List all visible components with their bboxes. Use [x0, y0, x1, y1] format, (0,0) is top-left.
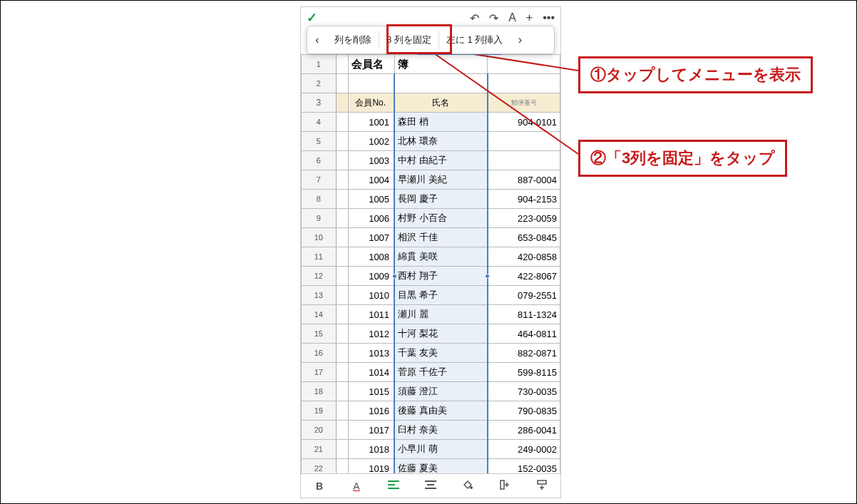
cell-postal[interactable]: 079-2551: [488, 286, 560, 305]
cell-member-no[interactable]: 1019: [349, 459, 394, 474]
row-number[interactable]: 1: [302, 55, 337, 74]
fill-color-button[interactable]: [453, 479, 482, 493]
cell-name[interactable]: 中村 由紀子: [394, 151, 488, 170]
cell[interactable]: [336, 247, 349, 267]
cell-postal[interactable]: 790-0835: [488, 401, 560, 421]
row-number[interactable]: 8: [302, 190, 337, 209]
cell-member-no[interactable]: 1011: [349, 305, 394, 324]
cell[interactable]: [336, 170, 349, 190]
table-row[interactable]: 191016後藤 真由美790-0835: [302, 401, 560, 421]
header-row[interactable]: 3 会員No. 氏名 郵便番号: [302, 93, 560, 113]
cell-postal[interactable]: 730-0035: [488, 382, 560, 401]
header-name[interactable]: 氏名: [394, 93, 488, 113]
row-number[interactable]: 13: [302, 286, 337, 305]
cell-name[interactable]: 菅原 千佐子: [394, 363, 488, 382]
row-number[interactable]: 3: [302, 93, 337, 113]
table-row[interactable]: 71004早瀬川 美紀887-0004: [302, 170, 560, 190]
row-number[interactable]: 6: [302, 151, 337, 170]
cell[interactable]: [336, 74, 349, 93]
row-number[interactable]: 10: [302, 228, 337, 247]
table-row[interactable]: 211018小早川 萌249-0002: [302, 440, 560, 459]
cell-member-no[interactable]: 1018: [349, 440, 394, 459]
cell-name[interactable]: 早瀬川 美紀: [394, 170, 488, 190]
more-icon[interactable]: •••: [543, 11, 555, 24]
cell-name[interactable]: 森田 梢: [394, 113, 488, 132]
cell-postal[interactable]: 152-0035: [488, 459, 560, 474]
table-row[interactable]: 101007相沢 千佳653-0845: [302, 228, 560, 247]
row-number[interactable]: 7: [302, 170, 337, 190]
header-postal[interactable]: 郵便番号: [488, 93, 560, 113]
cell[interactable]: [336, 190, 349, 209]
cell-postal[interactable]: 464-0811: [488, 324, 560, 344]
table-row[interactable]: 41001森田 梢904-0101: [302, 113, 560, 132]
cell[interactable]: [336, 401, 349, 421]
header-member-no[interactable]: 会員No.: [349, 93, 394, 113]
row-number[interactable]: 16: [302, 344, 337, 363]
align-left-button[interactable]: [379, 480, 408, 492]
cell-member-no[interactable]: 1016: [349, 401, 394, 421]
cell[interactable]: [336, 209, 349, 228]
cell-member-no[interactable]: 1017: [349, 421, 394, 440]
row-number[interactable]: 21: [302, 440, 337, 459]
undo-icon[interactable]: ↶: [470, 11, 479, 25]
table-row[interactable]: 151012十河 梨花464-0811: [302, 324, 560, 344]
font-format-icon[interactable]: A: [508, 11, 516, 24]
row-number[interactable]: 9: [302, 209, 337, 228]
cell-name[interactable]: 瀬川 麗: [394, 305, 488, 324]
cell[interactable]: [336, 113, 349, 132]
cell[interactable]: [336, 151, 349, 170]
cell[interactable]: [336, 55, 349, 74]
cell[interactable]: [336, 93, 349, 113]
row-number[interactable]: 11: [302, 247, 337, 267]
row-number[interactable]: 4: [302, 113, 337, 132]
table-row[interactable]: 161013千葉 友美882-0871: [302, 344, 560, 363]
cell-name[interactable]: 相沢 千佳: [394, 228, 488, 247]
cell[interactable]: [336, 382, 349, 401]
table-row[interactable]: 181015須藤 澄江730-0035: [302, 382, 560, 401]
cell[interactable]: [336, 459, 349, 474]
align-center-button[interactable]: [416, 480, 445, 492]
cell-name[interactable]: 後藤 真由美: [394, 401, 488, 421]
cell[interactable]: [336, 132, 349, 151]
cell[interactable]: [349, 74, 394, 93]
cell-member-no[interactable]: 1003: [349, 151, 394, 170]
bold-button[interactable]: B: [305, 480, 334, 492]
row-number[interactable]: 15: [302, 324, 337, 344]
cell[interactable]: [336, 267, 349, 286]
cell-postal[interactable]: [488, 151, 560, 170]
menu-scroll-right[interactable]: ›: [510, 34, 530, 46]
insert-column-button[interactable]: [491, 479, 519, 493]
confirm-icon[interactable]: ✓: [307, 10, 317, 26]
cell-postal[interactable]: 420-0858: [488, 247, 560, 267]
cell-member-no[interactable]: 1008: [349, 247, 394, 267]
cell-name[interactable]: 千葉 友美: [394, 344, 488, 363]
table-row[interactable]: 61003中村 由紀子: [302, 151, 560, 170]
insert-row-button[interactable]: [528, 479, 556, 493]
table-row[interactable]: 221019佐藤 夏美152-0035: [302, 459, 560, 474]
menu-scroll-left[interactable]: ‹: [307, 34, 327, 46]
cell-postal[interactable]: 887-0004: [488, 170, 560, 190]
cell-name[interactable]: 須藤 澄江: [394, 382, 488, 401]
cell[interactable]: [488, 55, 560, 74]
cell-member-no[interactable]: 1002: [349, 132, 394, 151]
cell-name[interactable]: 小早川 萌: [394, 440, 488, 459]
cell-name[interactable]: 十河 梨花: [394, 324, 488, 344]
cell-member-no[interactable]: 1001: [349, 113, 394, 132]
row-number[interactable]: 18: [302, 382, 337, 401]
row-number[interactable]: 5: [302, 132, 337, 151]
cell[interactable]: 簿: [394, 55, 488, 74]
cell[interactable]: [336, 305, 349, 324]
cell-postal[interactable]: 599-8115: [488, 363, 560, 382]
redo-icon[interactable]: ↷: [489, 11, 498, 25]
cell-name[interactable]: 綿貫 美咲: [394, 247, 488, 267]
cell-member-no[interactable]: 1006: [349, 209, 394, 228]
table-row[interactable]: 171014菅原 千佐子599-8115: [302, 363, 560, 382]
cell-name[interactable]: 西村 翔子: [394, 267, 488, 286]
cell-member-no[interactable]: 1013: [349, 344, 394, 363]
row-number[interactable]: 20: [302, 421, 337, 440]
table-row[interactable]: 51002北林 環奈: [302, 132, 560, 151]
cell-name[interactable]: 目黒 希子: [394, 286, 488, 305]
plus-icon[interactable]: +: [526, 11, 533, 24]
cell-postal[interactable]: 882-0871: [488, 344, 560, 363]
cell[interactable]: [336, 324, 349, 344]
